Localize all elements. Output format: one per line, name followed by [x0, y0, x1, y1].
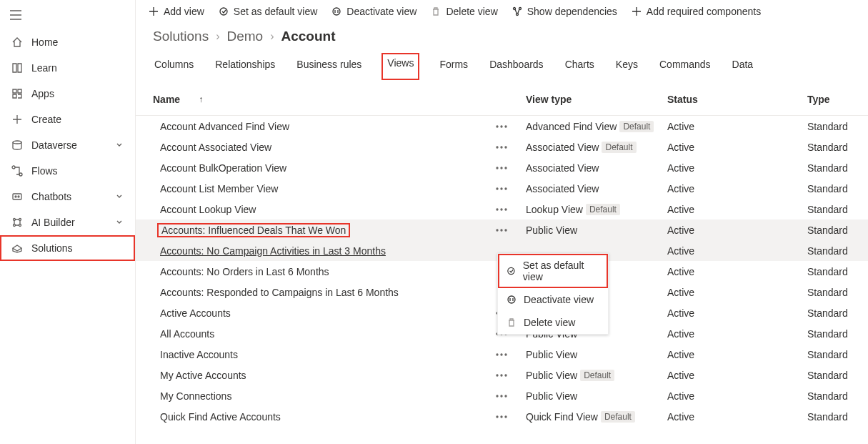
row-status: Active [667, 287, 807, 298]
row-name[interactable]: Accounts: No Orders in Last 6 Months [153, 266, 496, 277]
row-actions-button[interactable] [496, 415, 526, 418]
row-name[interactable]: Account Associated View [153, 142, 496, 153]
svg-point-4 [15, 196, 16, 197]
row-actions-button[interactable] [496, 167, 526, 169]
tab-business-rules[interactable]: Business rules [295, 53, 363, 80]
row-name[interactable]: All Accounts [153, 328, 496, 340]
column-header-status[interactable]: Status [667, 94, 807, 105]
deactivate-view-button[interactable]: Deactivate view [331, 6, 416, 17]
row-actions-button[interactable] [496, 146, 526, 149]
sidebar-item-dataverse[interactable]: Dataverse [0, 132, 135, 158]
row-type: Standard [807, 266, 851, 277]
tab-columns[interactable]: Columns [153, 53, 195, 80]
tab-views[interactable]: Views [381, 53, 419, 80]
chevron-down-icon [115, 217, 124, 228]
set-default-view-button[interactable]: Set as default view [219, 6, 318, 17]
svg-point-10 [220, 8, 227, 15]
row-name[interactable]: My Active Accounts [153, 370, 496, 381]
breadcrumb-current: Account [281, 29, 336, 44]
context-set-default[interactable]: Set as default view [498, 254, 608, 288]
row-type: Standard [807, 121, 851, 132]
row-type: Standard [807, 245, 851, 257]
sidebar-item-ai-builder[interactable]: AI Builder [0, 209, 135, 235]
row-actions-button[interactable] [496, 374, 526, 377]
context-deactivate[interactable]: Deactivate view [498, 288, 608, 311]
row-actions-button[interactable] [496, 395, 526, 398]
row-name[interactable]: Accounts: No Campaign Activities in Last… [153, 245, 496, 257]
row-name[interactable]: Account List Member View [153, 183, 496, 194]
add-required-components-button[interactable]: Add required components [632, 6, 761, 17]
row-name[interactable]: Inactive Accounts [153, 349, 496, 360]
row-type: Standard [807, 225, 851, 236]
add-view-button[interactable]: Add view [149, 6, 204, 17]
column-header-type[interactable]: Type [807, 94, 851, 105]
breadcrumb-solutions[interactable]: Solutions [153, 29, 209, 44]
table-row[interactable]: My ConnectionsPublic ViewActiveStandard [136, 385, 868, 406]
row-name[interactable]: My Connections [153, 390, 496, 402]
sidebar-item-create[interactable]: Create [0, 107, 135, 132]
row-actions-button[interactable] [496, 125, 526, 128]
hamburger-button[interactable] [0, 6, 135, 29]
row-actions-button[interactable] [496, 208, 526, 211]
column-header-view-type[interactable]: View type [526, 94, 667, 105]
tab-dashboards[interactable]: Dashboards [488, 53, 545, 80]
row-name[interactable]: Accounts: Influenced Deals That We Won [153, 223, 496, 237]
table-row[interactable]: Account Lookup ViewLookup View DefaultAc… [136, 199, 868, 219]
table-row[interactable]: Account List Member ViewAssociated ViewA… [136, 178, 868, 199]
row-type: Standard [807, 390, 851, 402]
row-actions-button[interactable] [496, 353, 526, 356]
column-header-name[interactable]: Name [153, 94, 496, 105]
toolbar: Add view Set as default view Deactivate … [136, 0, 868, 24]
row-name[interactable]: Account Lookup View [153, 204, 496, 215]
sidebar-item-learn[interactable]: Learn [0, 55, 135, 81]
svg-point-50 [505, 416, 507, 418]
table-row[interactable]: Account BulkOperation ViewAssociated Vie… [136, 157, 868, 178]
row-view-type: Associated View [526, 162, 667, 174]
row-name[interactable]: Accounts: Responded to Campaigns in Last… [153, 287, 496, 298]
row-type: Standard [807, 142, 851, 153]
show-dependencies-button[interactable]: Show dependencies [512, 6, 617, 17]
row-name[interactable]: Active Accounts [153, 307, 496, 319]
table-row[interactable]: Account Associated ViewAssociated View D… [136, 137, 868, 157]
sidebar-item-apps[interactable]: Apps [0, 81, 135, 107]
svg-rect-3 [13, 194, 21, 199]
default-badge: Default [580, 370, 614, 381]
row-status: Active [667, 204, 807, 215]
sidebar-item-chatbots[interactable]: Chatbots [0, 184, 135, 209]
sidebar-item-label: AI Builder [31, 217, 75, 228]
tab-commands[interactable]: Commands [658, 53, 712, 80]
row-status: Active [667, 266, 807, 277]
sidebar-item-flows[interactable]: Flows [0, 158, 135, 184]
row-view-type: Public View [526, 349, 667, 360]
row-name[interactable]: Quick Find Active Accounts [153, 411, 496, 423]
sidebar-item-label: Flows [31, 165, 58, 177]
row-name[interactable]: Account BulkOperation View [153, 162, 496, 174]
table-row[interactable]: Quick Find Active AccountsQuick Find Vie… [136, 406, 868, 427]
row-status: Active [667, 307, 807, 319]
breadcrumb-demo[interactable]: Demo [227, 29, 264, 44]
table-row[interactable]: My Active AccountsPublic View DefaultAct… [136, 365, 868, 385]
tab-charts[interactable]: Charts [564, 53, 596, 80]
row-actions-button[interactable] [496, 229, 526, 232]
row-status: Active [667, 370, 807, 381]
row-type: Standard [807, 162, 851, 174]
row-actions-button[interactable] [496, 187, 526, 190]
svg-point-21 [497, 167, 498, 169]
tab-forms[interactable]: Forms [438, 53, 469, 80]
row-type: Standard [807, 183, 851, 194]
row-name[interactable]: Account Advanced Find View [153, 121, 496, 132]
row-view-type: Quick Find View Default [526, 411, 667, 423]
tab-data[interactable]: Data [731, 53, 755, 80]
tab-keys[interactable]: Keys [614, 53, 639, 80]
table-row[interactable]: Accounts: Influenced Deals That We WonPu… [136, 219, 868, 240]
svg-point-18 [497, 147, 498, 148]
row-status: Active [667, 349, 807, 360]
tab-relationships[interactable]: Relationships [214, 53, 276, 80]
table-row[interactable]: Inactive AccountsPublic ViewActiveStanda… [136, 344, 868, 365]
sidebar-item-solutions[interactable]: Solutions [0, 235, 135, 261]
sidebar-item-home[interactable]: Home [0, 29, 135, 55]
row-type: Standard [807, 287, 851, 298]
table-row[interactable]: Account Advanced Find ViewAdvanced Find … [136, 116, 868, 137]
row-view-type: Public View [526, 225, 667, 236]
chevron-down-icon [702, 95, 711, 104]
